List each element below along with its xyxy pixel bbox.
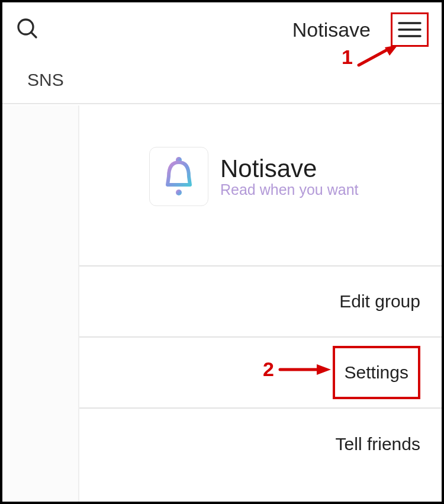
tab-bar: SNS: [2, 57, 442, 104]
menu-item-tell-friends[interactable]: Tell friends: [79, 409, 442, 480]
menu-item-label: Edit group: [339, 291, 420, 312]
menu-panel: Notisave Read when you want Edit group S…: [79, 105, 442, 502]
app-header: Notisave: [2, 2, 442, 57]
bell-icon: [149, 147, 208, 206]
panel-branding: Notisave Read when you want: [79, 105, 442, 206]
svg-point-7: [176, 190, 182, 195]
menu-item-label: Settings: [345, 362, 408, 383]
panel-subtitle: Read when you want: [220, 182, 358, 197]
panel-title: Notisave: [220, 156, 358, 182]
tab-sns[interactable]: SNS: [27, 70, 64, 90]
search-icon[interactable]: [15, 17, 39, 43]
hamburger-menu-button[interactable]: [391, 12, 429, 47]
app-title: Notisave: [292, 18, 371, 41]
menu-list: Edit group Settings Tell friends: [79, 265, 442, 480]
menu-item-label: Tell friends: [336, 434, 420, 454]
svg-line-1: [31, 33, 36, 37]
menu-item-settings[interactable]: Settings: [79, 338, 442, 409]
menu-item-edit-group[interactable]: Edit group: [79, 267, 442, 338]
left-gutter: [2, 105, 79, 502]
